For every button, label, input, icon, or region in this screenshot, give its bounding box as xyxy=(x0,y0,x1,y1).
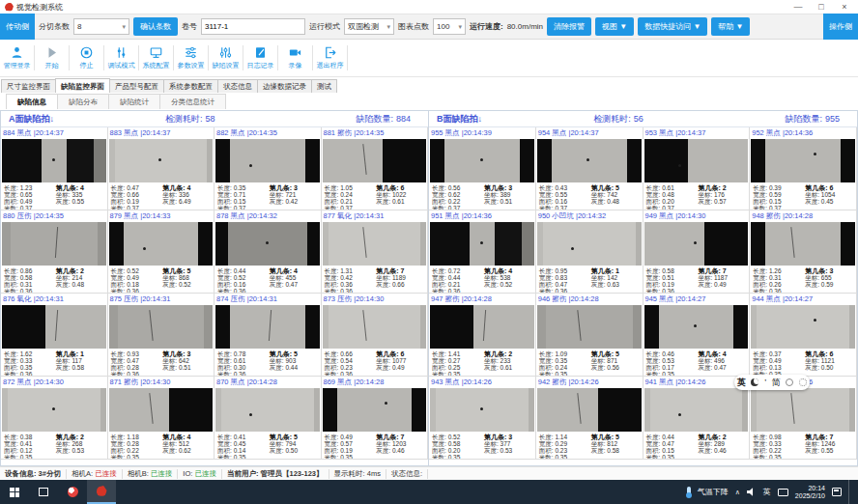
ime-emoji-icon[interactable] xyxy=(786,378,793,386)
defect-cell[interactable]: 873 压伤 |20:14:30 长度: 0.66 宽度: 0.54 面积: 0… xyxy=(322,294,429,377)
slit-count-select[interactable]: 8 ▾ xyxy=(73,18,129,35)
debug-mode-button[interactable]: 调试模式 xyxy=(104,45,138,70)
tab-0[interactable]: 尺寸监控界面 xyxy=(1,79,56,93)
defect-image[interactable] xyxy=(2,305,106,349)
minimize-button[interactable]: — xyxy=(786,0,810,14)
defect-image[interactable] xyxy=(644,305,749,349)
defect-image[interactable] xyxy=(430,222,534,266)
defect-cell[interactable]: 883 黑点 |20:14:37 长度: 0.47 宽度: 0.66 面积: 0… xyxy=(108,127,215,210)
defect-cell[interactable]: 870 黑点 |20:14:28 长度: 0.41 宽度: 0.45 面积: 0… xyxy=(214,377,322,460)
touch-keyboard-icon[interactable] xyxy=(778,489,788,496)
defect-image[interactable] xyxy=(215,388,320,432)
clear-alarm-button[interactable]: 清除报警 xyxy=(547,17,591,36)
defect-image[interactable] xyxy=(644,222,749,266)
defect-cell[interactable]: 943 黑点 |20:14:26 长度: 0.52 宽度: 0.58 面积: 0… xyxy=(429,377,536,460)
defect-image[interactable] xyxy=(751,305,855,349)
help-menu-button[interactable]: 帮助 ▼ xyxy=(711,17,750,36)
run-mode-select[interactable]: 双面检测 ▾ xyxy=(344,18,394,35)
tab-3[interactable]: 系统参数配置 xyxy=(163,79,218,93)
language-indicator[interactable]: 英 xyxy=(763,487,771,497)
volume-icon[interactable] xyxy=(747,488,757,497)
defect-image[interactable] xyxy=(644,388,749,432)
defect-image[interactable] xyxy=(430,305,534,349)
admin-login-button[interactable]: 管理登录 xyxy=(0,45,34,70)
defect-image[interactable] xyxy=(323,222,427,266)
defect-cell[interactable]: 869 黑点 |20:14:28 长度: 0.49 宽度: 0.57 面积: 0… xyxy=(322,377,429,460)
defect-image[interactable] xyxy=(430,139,534,182)
defect-cell[interactable]: 874 压伤 |20:14:31 长度: 0.78 宽度: 0.61 面积: 0… xyxy=(214,294,322,377)
defect-cell[interactable]: 948 擦伤 |20:14:28 长度: 1.26 宽度: 0.31 面积: 0… xyxy=(750,210,857,294)
defect-image[interactable] xyxy=(109,305,214,349)
defect-cell[interactable]: 954 黑点 |20:14:37 长度: 0.43 宽度: 0.55 面积: 0… xyxy=(536,127,644,210)
defect-image[interactable] xyxy=(2,139,106,182)
ime-toolbar[interactable]: 英 ’ 简 xyxy=(734,375,810,390)
log-record-button[interactable]: 日志记录 xyxy=(243,45,277,70)
defect-image[interactable] xyxy=(537,139,642,182)
defect-cell[interactable]: 941 黑点 |20:14:26 长度: 0.44 宽度: 0.47 面积: 0… xyxy=(644,377,751,460)
tab-4[interactable]: 状态信息 xyxy=(217,79,258,93)
detection-app-taskbar-button[interactable] xyxy=(87,480,116,504)
defect-image[interactable] xyxy=(2,388,106,432)
stop-button[interactable]: 停止 xyxy=(70,45,103,70)
defect-cell[interactable]: 949 黑点 |20:14:30 长度: 0.58 宽度: 0.51 面积: 0… xyxy=(644,210,751,294)
defect-image[interactable] xyxy=(751,222,855,266)
tab-6[interactable]: 测试 xyxy=(311,79,337,93)
weather-text[interactable]: 气温下降 xyxy=(698,487,729,497)
action-center-icon[interactable] xyxy=(832,488,842,496)
show-desktop-button[interactable] xyxy=(848,480,852,504)
defect-cell[interactable]: 884 黑点 |20:14:37 长度: 1.23 宽度: 0.65 面积: 0… xyxy=(1,127,108,210)
defect-image[interactable] xyxy=(644,139,749,182)
gear-icon[interactable] xyxy=(799,378,807,386)
subtab-3[interactable]: 分类信息统计 xyxy=(159,94,226,109)
operate-side-button[interactable]: 操作侧 xyxy=(823,14,858,40)
defect-cell[interactable]: 947 擦伤 |20:14:28 长度: 1.41 宽度: 0.27 面积: 0… xyxy=(429,294,536,377)
defect-image[interactable] xyxy=(537,388,642,432)
panel-b-title[interactable]: B面缺陷拍↓ xyxy=(437,113,593,126)
defect-settings-button[interactable]: 缺陷设置 xyxy=(209,45,243,70)
defect-cell[interactable]: 953 黑点 |20:14:37 长度: 0.61 宽度: 0.48 面积: 0… xyxy=(644,127,751,210)
defect-image[interactable] xyxy=(323,305,427,349)
tab-1[interactable]: 缺陷监控界面 xyxy=(55,78,110,93)
ime-punctuation-toggle[interactable]: ’ xyxy=(764,378,766,387)
param-settings-button[interactable]: 参数设置 xyxy=(174,45,208,70)
defect-cell[interactable]: 871 擦伤 |20:14:30 长度: 1.18 宽度: 0.28 面积: 0… xyxy=(108,377,215,460)
defect-cell[interactable]: 951 黑点 |20:14:36 长度: 0.72 宽度: 0.44 面积: 0… xyxy=(429,210,536,294)
confirm-count-button[interactable]: 确认条数 xyxy=(133,17,178,36)
defect-image[interactable] xyxy=(215,222,320,266)
defect-image[interactable] xyxy=(215,305,320,349)
weather-thermometer-icon[interactable] xyxy=(687,487,691,497)
defect-image[interactable] xyxy=(109,139,214,182)
subtab-1[interactable]: 缺陷分布 xyxy=(57,94,109,109)
exit-program-button[interactable]: 退出程序 xyxy=(313,45,347,70)
defect-cell[interactable]: 881 擦伤 |20:14:35 长度: 1.05 宽度: 0.24 面积: 0… xyxy=(322,127,429,210)
browser-taskbar-button[interactable] xyxy=(58,480,87,504)
maximize-button[interactable]: □ xyxy=(810,0,833,14)
view-menu-button[interactable]: 视图 ▼ xyxy=(595,17,634,36)
ime-english-toggle[interactable]: 英 xyxy=(737,377,746,389)
defect-image[interactable] xyxy=(323,388,427,432)
defect-image[interactable] xyxy=(537,222,642,266)
start-button[interactable] xyxy=(0,480,29,504)
defect-image[interactable] xyxy=(215,139,320,182)
taskbar-clock[interactable]: 20:142025/2/10 xyxy=(795,485,825,500)
defect-image[interactable] xyxy=(430,388,534,432)
defect-cell[interactable]: 879 黑点 |20:14:33 长度: 0.52 宽度: 0.49 面积: 0… xyxy=(108,210,215,294)
panel-a-title[interactable]: A面缺陷拍↓ xyxy=(9,113,165,126)
system-config-button[interactable]: 系统配置 xyxy=(139,45,173,70)
defect-image[interactable] xyxy=(109,222,214,266)
defect-cell[interactable]: 946 擦伤 |20:14:28 长度: 1.09 宽度: 0.35 面积: 0… xyxy=(536,294,644,377)
defect-cell[interactable]: 876 氧化 |20:14:31 长度: 1.62 宽度: 0.33 面积: 0… xyxy=(1,294,108,377)
subtab-2[interactable]: 缺陷统计 xyxy=(108,94,160,109)
drive-side-button[interactable]: 传动侧 xyxy=(0,14,35,40)
defect-cell[interactable]: 880 压伤 |20:14:35 长度: 0.86 宽度: 0.58 面积: 0… xyxy=(1,210,108,294)
defect-image[interactable] xyxy=(109,388,214,432)
defect-image[interactable] xyxy=(537,305,642,349)
defect-image[interactable] xyxy=(323,139,427,182)
defect-cell[interactable]: 952 黑点 |20:14:36 长度: 0.39 宽度: 0.59 面积: 0… xyxy=(750,127,857,210)
defect-cell[interactable]: 878 黑点 |20:14:32 长度: 0.44 宽度: 0.52 面积: 0… xyxy=(214,210,322,294)
defect-cell[interactable]: 950 小凹坑 |20:14:32 长度: 0.95 宽度: 0.83 面积: … xyxy=(536,210,644,294)
data-quick-access-menu-button[interactable]: 数据快捷访问 ▼ xyxy=(638,17,707,36)
defect-cell[interactable]: 944 黑点 |20:14:27 长度: 0.37 宽度: 0.49 面积: 0… xyxy=(750,294,857,377)
subtab-0[interactable]: 缺陷信息 xyxy=(6,94,58,109)
defect-cell[interactable]: 945 黑点 |20:14:27 长度: 0.46 宽度: 0.53 面积: 0… xyxy=(644,294,751,377)
